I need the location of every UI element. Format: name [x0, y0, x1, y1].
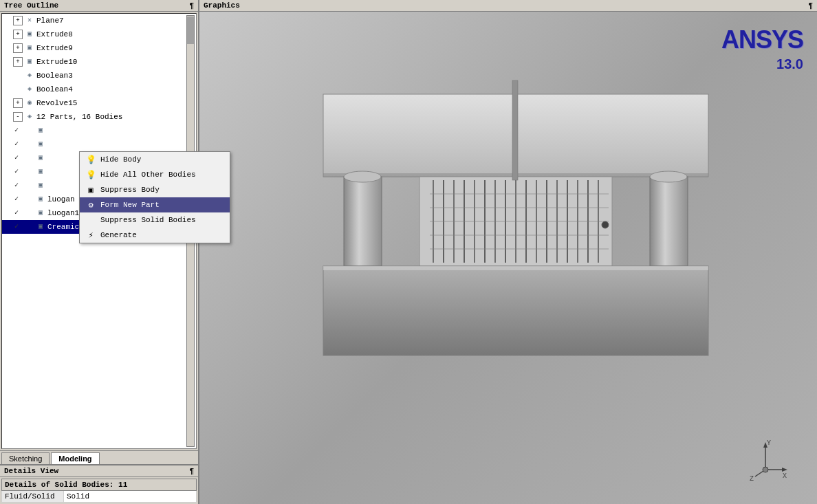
tree-item-icon: ▣ [35, 180, 46, 191]
context-menu-item-icon: ▣ [85, 184, 96, 195]
tree-item-extrude10[interactable]: +▣Extrude10 [2, 55, 188, 69]
tree-item-label: 12 Parts, 16 Bodies [36, 111, 122, 123]
tab-sketching[interactable]: Sketching [1, 452, 50, 464]
tree-item-icon: ▣ [35, 139, 46, 150]
tree-item-label: Plane7 [36, 14, 64, 27]
context-menu-item-hide-all-other[interactable]: 💡Hide All Other Bodies [80, 167, 230, 182]
check-icon: ✓ [14, 138, 23, 151]
tree-item-body2[interactable]: ✓▣ [2, 138, 188, 151]
left-panel: Tree Outline ¶ +✕Plane7+▣Extrude8+▣Extru… [0, 0, 199, 504]
tree-item-icon: ▣ [35, 194, 46, 205]
right-panel: Graphics ¶ ANSYS 13.0 [199, 0, 817, 504]
tree-item-boolean3[interactable]: ◈Boolean3 [2, 69, 188, 83]
context-menu-item-label: Suppress Body [100, 186, 160, 194]
details-row: Fluid/Solid Solid [2, 491, 197, 503]
check-icon: ✓ [14, 152, 23, 164]
tree-item-label: Extrude9 [36, 42, 73, 54]
tree-item-boolean4[interactable]: ◈Boolean4 [2, 83, 188, 96]
svg-rect-30 [323, 266, 708, 355]
context-menu-item-suppress-body[interactable]: ▣Suppress Body [80, 182, 230, 197]
tree-item-revolve15[interactable]: +◉Revolve15 [2, 96, 188, 110]
tree-item-body1[interactable]: ✓▣ [2, 124, 188, 138]
context-menu-item-label: Suppress Solid Bodies [100, 216, 196, 224]
axis-indicator: Z Y X [741, 435, 789, 483]
svg-point-3 [344, 171, 381, 182]
svg-text:X: X [783, 472, 787, 480]
context-menu-item-generate[interactable]: ⚡Generate [80, 228, 230, 243]
context-menu-item-suppress-solid[interactable]: Suppress Solid Bodies [80, 212, 230, 228]
tree-item-label: luogan1 [47, 207, 79, 219]
tab-bar: Sketching Modeling [0, 450, 198, 464]
graphics-area[interactable]: ANSYS 13.0 [199, 12, 817, 504]
context-menu-item-label: Generate [100, 231, 137, 239]
svg-point-5 [650, 171, 687, 182]
details-label-cell: Fluid/Solid [2, 491, 64, 503]
graphics-pin-icon[interactable]: ¶ [808, 1, 813, 10]
tree-item-icon: ▣ [35, 166, 46, 177]
tree-item-12parts[interactable]: -◈12 Parts, 16 Bodies [2, 110, 188, 124]
svg-marker-39 [782, 468, 787, 472]
details-label: Details View [4, 467, 58, 475]
tree-item-icon: ▣ [35, 125, 46, 136]
expander-icon[interactable]: + [13, 57, 23, 67]
svg-rect-2 [344, 177, 382, 266]
tree-item-label: Boolean3 [36, 69, 73, 82]
check-icon: ✓ [14, 221, 23, 233]
context-menu-item-label: Form New Part [100, 201, 160, 209]
tree-item-icon: ◈ [24, 70, 35, 81]
expander-icon[interactable]: + [13, 43, 23, 53]
tree-item-label: luogan [47, 193, 75, 206]
tree-item-label: Boolean4 [36, 83, 73, 96]
tree-item-icon: ▣ [24, 56, 35, 67]
tree-item-icon: ◈ [24, 111, 35, 122]
tree-item-plane7[interactable]: +✕Plane7 [2, 14, 188, 28]
context-menu-item-icon: ⚙ [85, 199, 96, 210]
context-menu-item-label: Hide All Other Bodies [100, 171, 196, 179]
graphics-label: Graphics [204, 1, 240, 10]
tree-item-label: Revolve15 [36, 97, 77, 109]
check-icon: ✓ [14, 179, 23, 192]
context-menu-item-icon: 💡 [85, 169, 96, 180]
details-value-cell: Solid [64, 491, 197, 503]
expander-icon[interactable]: + [13, 30, 23, 39]
svg-rect-4 [650, 177, 688, 266]
tree-outline-title-bar: Tree Outline ¶ [0, 0, 198, 12]
tree-item-label: Extrude8 [36, 28, 73, 41]
tree-item-icon: ▣ [24, 43, 35, 54]
details-title-bar: Details View ¶ [0, 465, 198, 477]
details-pin-icon[interactable]: ¶ [189, 467, 194, 475]
tree-item-icon: ✕ [24, 15, 35, 26]
tree-item-extrude8[interactable]: +▣Extrude8 [2, 28, 188, 41]
context-menu-item-form-new-part[interactable]: ⚙Form New Part [80, 197, 230, 212]
ansys-logo: ANSYS [721, 25, 803, 54]
context-menu-item-icon [85, 215, 96, 226]
tab-modeling[interactable]: Modeling [51, 452, 99, 464]
expander-icon[interactable]: - [13, 112, 23, 122]
details-table: Details of Solid Bodies: 11 Fluid/Solid … [1, 479, 197, 503]
context-menu-item-label: Hide Body [100, 155, 141, 164]
svg-point-41 [763, 467, 768, 472]
context-menu-item-icon: ⚡ [85, 230, 96, 241]
svg-rect-29 [512, 80, 518, 180]
check-icon: ✓ [14, 193, 23, 206]
tree-item-icon: ▣ [35, 208, 46, 219]
svg-point-32 [602, 221, 609, 228]
check-icon: ✓ [14, 207, 23, 219]
context-menu-item-hide-body[interactable]: 💡Hide Body [80, 152, 230, 167]
tree-item-extrude9[interactable]: +▣Extrude9 [2, 41, 188, 55]
check-icon: ✓ [14, 166, 23, 178]
expander-icon[interactable]: + [13, 98, 23, 108]
3d-model-view [254, 67, 777, 424]
expander-icon[interactable]: + [13, 16, 23, 25]
graphics-title-bar: Graphics ¶ [199, 0, 817, 12]
tree-item-icon: ▣ [24, 29, 35, 40]
details-section-header: Details of Solid Bodies: 11 [2, 479, 197, 491]
tree-pin-icon[interactable]: ¶ [189, 1, 194, 10]
tree-scrollbar-thumb [187, 17, 194, 44]
context-menu: 💡Hide Body💡Hide All Other Bodies▣Suppres… [79, 151, 230, 243]
svg-text:Y: Y [767, 439, 771, 447]
svg-text:Z: Z [750, 475, 754, 483]
tree-item-label: Creamic [47, 221, 79, 233]
tree-item-icon: ◉ [24, 98, 35, 109]
tree-outline-label: Tree Outline [4, 1, 58, 10]
